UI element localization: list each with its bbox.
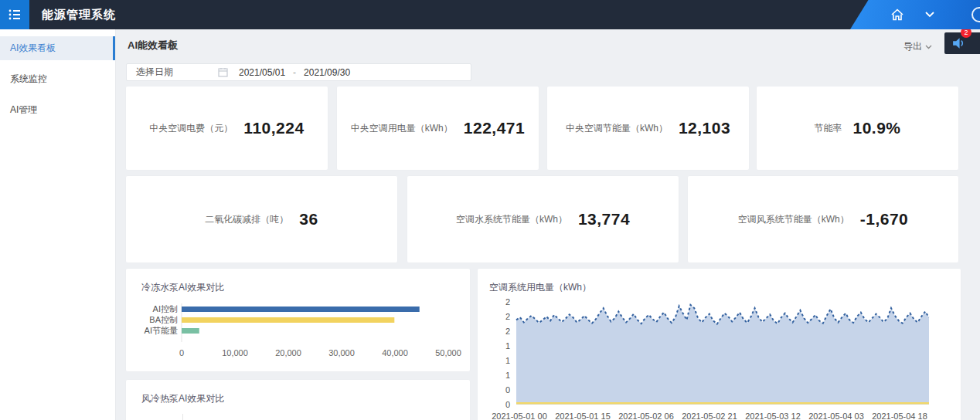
kpi-card-energy-saved: 中央空调节能量（kWh） 12,103 [547, 86, 749, 170]
chart-panel-hvac-usage: 空调系统用电量（kWh） 222111002021-05-01 002021-0… [478, 269, 961, 420]
date-start-value[interactable]: 2021/05/01 [239, 67, 285, 78]
y-tick-label: 0 [505, 400, 510, 409]
x-tick-label: 2021-05-02 21 [682, 412, 737, 420]
chart-title: 风冷热泵AI效果对比 [126, 380, 470, 405]
axis-line [182, 414, 183, 420]
y-tick-label: 2 [505, 327, 510, 336]
area-chart-canvas: 222111002021-05-01 002021-05-01 152021-0… [478, 294, 961, 420]
y-tick-label: 1 [505, 371, 510, 380]
refresh-icon[interactable] [167, 39, 178, 50]
bar-chart-canvas: AI控制BA控制AI节能量010,00020,00030,00040,00050… [126, 294, 470, 374]
speaker-icon [952, 36, 966, 50]
area-fill [516, 305, 929, 405]
bar-category-label: AI控制 [153, 304, 178, 313]
top-header: 能源管理系统 [0, 0, 980, 29]
date-filter-label: 选择日期 [136, 66, 173, 79]
kpi-label: 中央空调电费（元） [149, 122, 233, 135]
kpi-label: 空调风系统节能量（kWh） [738, 213, 849, 226]
chart-title: 空调系统用电量（kWh） [478, 269, 961, 294]
kpi-card-electric-fee: 中央空调电费（元） 110,224 [126, 86, 328, 170]
user-circle-icon[interactable] [971, 7, 980, 22]
x-tick-label: 50,000 [435, 348, 461, 357]
date-end-value[interactable]: 2021/09/30 [304, 67, 350, 78]
x-tick-label: 30,000 [328, 348, 355, 357]
kpi-label: 中央空调节能量（kWh） [566, 122, 668, 135]
sidebar-item-system-monitor[interactable]: 系统监控 [0, 67, 115, 91]
x-tick-label: 2021-05-01 00 [492, 412, 547, 420]
header-corner [850, 0, 980, 29]
y-tick-label: 2 [505, 297, 510, 307]
list-menu-icon [7, 7, 22, 22]
chart-panel-chilled-pump: 冷冻水泵AI效果对比 AI控制BA控制AI节能量010,00020,00030,… [126, 269, 470, 371]
kpi-value: 110,224 [243, 119, 304, 137]
kpi-label: 中央空调用电量（kWh） [351, 122, 453, 135]
kpi-label: 二氧化碳减排（吨） [205, 213, 288, 226]
export-button[interactable]: 导出 [903, 40, 932, 53]
date-range-picker[interactable]: 选择日期 2021/05/01 - 2021/09/30 [126, 63, 471, 81]
bar-category-label: AI节能量 [145, 326, 178, 335]
y-tick-label: 2 [505, 312, 510, 321]
x-tick-label: 0 [179, 348, 184, 357]
x-tick-label: 2021-05-02 06 [618, 412, 674, 420]
notification-widget[interactable]: 2 [944, 32, 980, 54]
chart-title: 冷冻水泵AI效果对比 [126, 269, 470, 294]
kpi-value: 36 [299, 210, 318, 229]
kpi-value: 10.9% [852, 119, 900, 137]
kpi-value: 122,471 [464, 119, 525, 137]
x-tick-label: 10,000 [222, 348, 248, 357]
x-tick-label: 40,000 [382, 348, 408, 357]
kpi-card-water-system: 空调水系统节能量（kWh） 13,774 [407, 176, 679, 262]
x-tick-label: 2021-05-03 12 [745, 412, 801, 420]
area-chart-svg: 222111002021-05-01 002021-05-01 152021-0… [478, 294, 961, 420]
bar [182, 317, 394, 323]
kpi-value: 13,774 [578, 210, 630, 229]
date-separator: - [293, 67, 296, 78]
bar [182, 328, 199, 334]
bar [182, 307, 420, 312]
kpi-label: 节能率 [814, 122, 842, 135]
chevron-down-icon[interactable] [924, 11, 935, 18]
chart-panel-air-cooled-pump: 风冷热泵AI效果对比 [126, 380, 470, 420]
bar-category-label: BA控制 [149, 315, 178, 324]
home-icon[interactable] [890, 8, 904, 22]
y-tick-label: 0 [505, 385, 510, 395]
kpi-card-air-system: 空调风系统节能量（kWh） -1,670 [688, 176, 958, 262]
app-root: 能源管理系统 导出 2 AI效果看板 系统监控 AI管理 [0, 0, 980, 420]
x-tick-label: 20,000 [275, 348, 301, 357]
x-tick-label: 2021-05-04 03 [808, 412, 864, 420]
y-tick-label: 1 [505, 341, 510, 351]
sidebar-item-ai-dashboard[interactable]: AI效果看板 [0, 36, 115, 60]
kpi-value: -1,670 [860, 210, 909, 229]
x-tick-label: 2021-05-01 15 [555, 412, 611, 420]
kpi-value: 12,103 [679, 119, 730, 137]
export-label: 导出 [903, 40, 922, 53]
kpi-card-saving-rate: 节能率 10.9% [757, 86, 958, 170]
kpi-card-electric-usage: 中央空调用电量（kWh） 122,471 [337, 86, 539, 170]
menu-button[interactable] [0, 0, 29, 29]
bar-chart-svg: AI控制BA控制AI节能量010,00020,00030,00040,00050… [126, 294, 470, 371]
kpi-label: 空调水系统节能量（kWh） [456, 213, 567, 226]
export-caret-icon [925, 45, 932, 49]
sidebar: AI效果看板 系统监控 AI管理 [0, 29, 116, 420]
sidebar-item-ai-manage[interactable]: AI管理 [0, 98, 115, 122]
app-title: 能源管理系统 [42, 0, 116, 29]
x-tick-label: 2021-05-04 18 [872, 412, 927, 420]
y-tick-label: 1 [505, 356, 510, 365]
kpi-card-co2-reduction: 二氧化碳减排（吨） 36 [126, 176, 397, 262]
calendar-icon [218, 67, 228, 77]
